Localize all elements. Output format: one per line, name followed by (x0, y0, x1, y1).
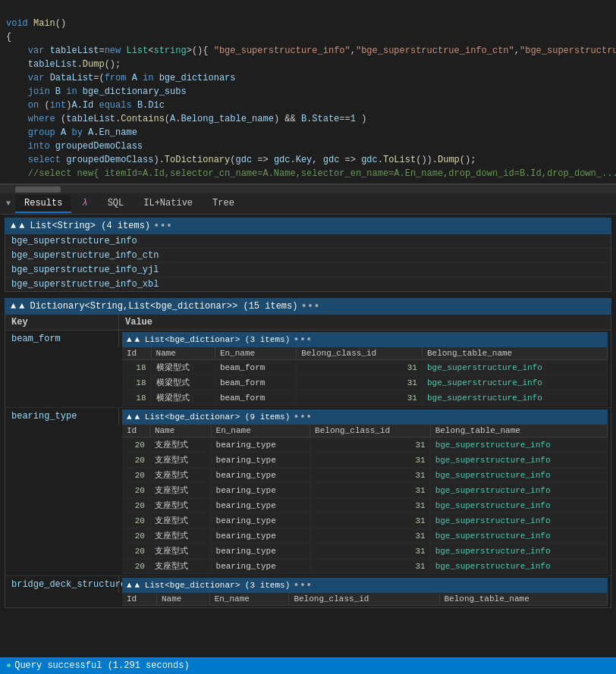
code-editor[interactable]: void Main() { var tableList=new List<str… (0, 0, 616, 184)
list-item: bge_superstructrue_info_xbl (5, 277, 611, 291)
col-belong-table-name: Belong_table_name (422, 347, 607, 360)
tab-results[interactable]: Results (15, 195, 71, 213)
tab-sql[interactable]: SQL (99, 195, 134, 213)
dict-row-beam-form: beam_form ▲ ▲ List<bge_dictionar> (3 ite… (5, 331, 611, 408)
scroll-thumb[interactable] (15, 187, 61, 193)
status-time: (1.291 seconds) (108, 660, 190, 671)
string-list-header: ▲ ▲ List<String> (4 items) ••• (5, 218, 611, 234)
results-panel: ▲ ▲ List<String> (4 items) ••• bge_super… (0, 215, 616, 634)
col-name: Name (151, 347, 215, 360)
col-id: Id (122, 347, 151, 360)
dict-table-header-row: Key Value (5, 315, 611, 331)
col-name: Name (149, 425, 211, 437)
col-name: Name (156, 593, 209, 606)
table-row: 20 支座型式 bearing_type 31 bge_superstructu… (122, 468, 608, 483)
dict-val-beam-form: ▲ ▲ List<bge_dictionar> (3 items) ••• Id… (119, 331, 611, 407)
col-en-name: En_name (209, 593, 289, 606)
string-list-options[interactable]: ••• (153, 220, 172, 232)
tab-collapse-arrow[interactable]: ▼ (3, 198, 14, 209)
inner-list-header-bridge-deck: ▲ ▲ List<bge_dictionar> (3 items) ••• (122, 578, 608, 593)
inner-table-beam-form: Id Name En_name Belong_class_id Belong_t… (122, 347, 608, 406)
status-text: Query successful (14, 660, 102, 671)
dict-collapse-icon[interactable]: ▲ (11, 301, 16, 312)
list-item: bge_superstructure_info (5, 234, 611, 249)
table-row: 20 支座型式 bearing_type 31 bge_superstructu… (122, 559, 608, 574)
col-belong-table-name: Belong_table_name (430, 425, 607, 437)
string-list-items: bge_superstructure_info bge_superstructr… (5, 234, 611, 292)
inner-collapse-icon[interactable]: ▲ (127, 412, 132, 422)
table-row: 18 横梁型式 beam_form 31 bge_superstructure_… (122, 360, 608, 375)
table-row: 20 支座型式 bearing_type 31 bge_superstructu… (122, 498, 608, 513)
col-id: Id (122, 425, 149, 437)
inner-table-bearing-type: Id Name En_name Belong_class_id Belong_t… (122, 425, 608, 574)
table-row: 20 支座型式 bearing_type 31 bge_superstructu… (122, 483, 608, 498)
table-row: 18 横梁型式 beam_form 31 bge_superstructure_… (122, 375, 608, 390)
inner-list-options[interactable]: ••• (293, 579, 312, 591)
main-content: void Main() { var tableList=new List<str… (0, 0, 616, 657)
col-belong-table-name: Belong_table_name (439, 593, 607, 606)
dict-val-bearing-type: ▲ ▲ List<bge_dictionar> (9 items) ••• Id… (119, 408, 611, 575)
tab-lambda[interactable]: λ (73, 195, 96, 213)
table-row: 20 支座型式 bearing_type 31 bge_superstructu… (122, 437, 608, 453)
status-success-icon: ● (6, 660, 11, 671)
inner-list-header-bearing-type: ▲ ▲ List<bge_dictionar> (9 items) ••• (122, 409, 608, 425)
col-key-header: Key (5, 315, 119, 330)
dict-row-bearing-type: bearing_type ▲ ▲ List<bge_dictionar> (9 … (5, 408, 611, 576)
inner-list-options[interactable]: ••• (293, 411, 312, 423)
inner-collapse-icon[interactable]: ▲ (127, 335, 132, 344)
dict-key-bridge-deck-structure: bridge_deck_structure (5, 576, 119, 593)
table-row: 20 支座型式 bearing_type 31 bge_superstructu… (122, 544, 608, 559)
list-item: bge_superstructrue_info_yjl (5, 263, 611, 277)
dictionary-section: ▲ ▲ Dictionary<String,List<bge_dictionar… (5, 298, 611, 608)
table-row: 20 支座型式 bearing_type 31 bge_superstructu… (122, 453, 608, 468)
status-bar: ● Query successful (1.291 seconds) (0, 657, 616, 674)
dict-val-bridge-deck-structure: ▲ ▲ List<bge_dictionar> (3 items) ••• Id… (119, 576, 611, 607)
dict-table: Key Value beam_form ▲ ▲ List<bge_diction… (5, 315, 611, 608)
tab-tree[interactable]: Tree (203, 195, 244, 213)
dict-options[interactable]: ••• (300, 300, 319, 312)
table-row: 20 支座型式 bearing_type 31 bge_superstructu… (122, 513, 608, 528)
inner-list-header-beam-form: ▲ ▲ List<bge_dictionar> (3 items) ••• (122, 332, 608, 347)
inner-table-bridge-deck: Id Name En_name Belong_class_id Belong_t… (122, 593, 608, 606)
table-row: 18 横梁型式 beam_form 31 bge_superstructure_… (122, 390, 608, 406)
dict-row-bridge-deck-structure: bridge_deck_structure ▲ ▲ List<bge_dicti… (5, 576, 611, 607)
string-list-collapse-icon[interactable]: ▲ (11, 221, 16, 231)
inner-list-options[interactable]: ••• (293, 334, 312, 346)
col-en-name: En_name (211, 425, 310, 437)
col-belong-class-id: Belong_class_id (310, 425, 431, 437)
inner-collapse-icon[interactable]: ▲ (127, 581, 132, 590)
list-item: bge_superstructrue_info_ctn (5, 249, 611, 263)
col-id: Id (122, 593, 156, 606)
col-belong-class-id: Belong_class_id (297, 347, 423, 360)
col-belong-class-id: Belong_class_id (289, 593, 439, 606)
col-value-header: Value (119, 315, 611, 330)
dict-key-bearing-type: bearing_type (5, 408, 119, 425)
table-row: 20 支座型式 bearing_type 31 bge_superstructu… (122, 528, 608, 544)
tab-il-native[interactable]: IL+Native (134, 195, 202, 213)
dict-key-beam-form: beam_form (5, 331, 119, 347)
dict-header: ▲ ▲ Dictionary<String,List<bge_dictionar… (5, 298, 611, 315)
horizontal-scrollbar[interactable] (0, 184, 616, 193)
col-en-name: En_name (215, 347, 296, 360)
tabs-bar: ▼ Results λ SQL IL+Native Tree (0, 193, 616, 215)
